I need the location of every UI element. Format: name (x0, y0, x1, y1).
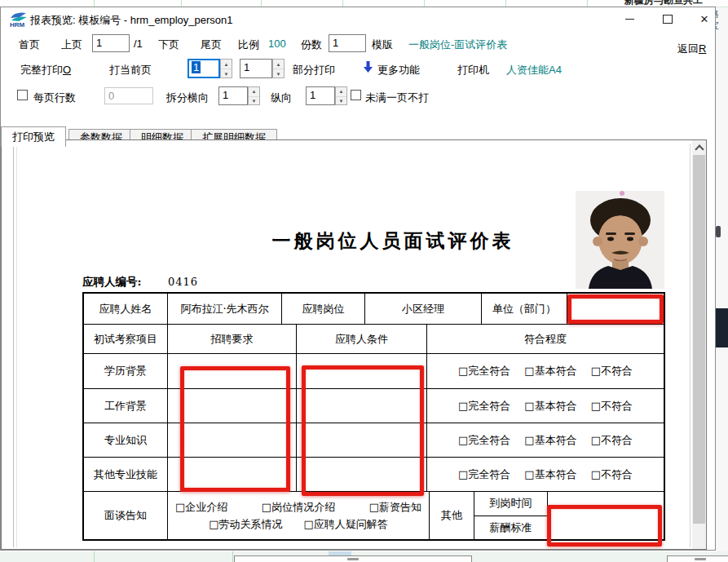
svg-text:HRM: HRM (10, 21, 25, 28)
vertical-scrollbar[interactable] (692, 140, 706, 549)
other-label-cell: 其他 (430, 492, 474, 539)
arrival-salary-cell: 到岗时间 薪酬标准 (474, 492, 548, 539)
up-arrow-icon[interactable]: ▲ (273, 60, 284, 69)
applicant-number-label: 应聘人编号: (82, 275, 141, 290)
cutoff-row-fragment (86, 549, 132, 550)
minimize-button[interactable] (616, 7, 642, 30)
background-dropdown-fragment (234, 555, 472, 562)
scrollbar-thumb[interactable] (693, 155, 705, 524)
down-arrow-icon[interactable]: ▼ (249, 97, 259, 106)
up-arrow-icon[interactable]: ▲ (221, 60, 232, 69)
background-right-strip: 路 宝 (716, 0, 728, 562)
grid-fragment (716, 0, 728, 7)
down-arrow-icon[interactable]: ▼ (273, 69, 284, 78)
print-preview-panel: 一般岗位人员面试评价表 应聘人编号: 0416 (1, 139, 707, 550)
rows-per-page-checkbox[interactable] (17, 90, 28, 100)
up-arrow-icon[interactable]: ▲ (336, 87, 346, 97)
first-page-button[interactable]: 首页 (19, 38, 40, 52)
print-current-page-button[interactable]: 打当前页 (109, 63, 152, 77)
range-from-input[interactable]: 1 (188, 59, 220, 78)
chevron-up-icon (695, 144, 704, 153)
background-char-fragment: 路 (716, 8, 728, 19)
department-label-cell: 单位（部门） (482, 294, 567, 324)
applicant-photo (576, 191, 664, 289)
red-annotation-other (547, 505, 662, 547)
maximize-button[interactable] (655, 7, 681, 30)
close-button[interactable]: ✕ (691, 7, 717, 30)
page-edge-shadow (13, 144, 14, 547)
full-print-button[interactable]: 完整打印O (20, 63, 71, 77)
rows-per-page-input[interactable]: 0 (104, 87, 153, 104)
prev-page-button[interactable]: 上页 (61, 38, 82, 52)
page-edge-shadow (690, 144, 690, 547)
grid-line (587, 0, 588, 7)
scroll-up-button[interactable] (692, 140, 706, 154)
background-bottom-strip (0, 551, 728, 562)
table-header-row: 初试考察项目 招聘要求 应聘人条件 符合程度 (84, 325, 664, 354)
grid-line (342, 0, 343, 7)
range-to-stepper[interactable]: ▲▼ (272, 59, 285, 78)
more-functions-button[interactable]: 更多功能 (377, 63, 420, 77)
criterion-cell: 其他专业技能 (84, 458, 168, 491)
form-title: 一般岗位人员面试评价表 (246, 228, 540, 254)
return-button[interactable]: 返回R (677, 42, 706, 56)
page-edge-shadow (16, 144, 17, 547)
compliance-cell: □完全符合□基本符合□不符合 (427, 423, 664, 457)
cutoff-row-fragment (484, 549, 548, 550)
interview-notify-cell: □企业介绍 □岗位情况介绍 □薪资告知 □劳动关系情况 □应聘人疑问解答 (168, 492, 430, 539)
range-to-input[interactable]: 1 (240, 59, 272, 78)
criterion-cell: 学历背景 (84, 354, 168, 388)
report-preview-window: HRM 报表预览: 模板编号 - hrm_employ_person1 ✕ 首页… (0, 7, 716, 551)
background-fragment (716, 308, 728, 347)
template-value-link[interactable]: 一般岗位-面试评价表 (408, 38, 507, 52)
screen: 新疆房与勘查共工 路 宝 HRM 报表预览: 模板编号 - hrm_employ… (0, 0, 728, 562)
partial-print-button[interactable]: 部分打印 (293, 63, 335, 77)
background-fragment (716, 226, 721, 237)
page-number-input[interactable]: 1 (92, 34, 130, 52)
grid-line (424, 0, 425, 7)
grid-line (505, 0, 506, 7)
compliance-cell: □完全符合□基本符合□不符合 (427, 458, 664, 491)
tab-print-preview[interactable]: 打印预览 (1, 126, 66, 147)
printer-value-link[interactable]: 人资佳能A4 (506, 63, 562, 77)
copies-input[interactable]: 1 (329, 34, 366, 52)
grid-line (181, 0, 182, 7)
criterion-cell: 工作背景 (84, 389, 168, 423)
split-horizontal-label: 拆分横向 (166, 91, 209, 105)
split-vertical-stepper[interactable]: ▲▼ (335, 86, 347, 105)
arrival-time-label: 到岗时间 (474, 492, 547, 516)
applicant-number-value: 0416 (168, 276, 198, 288)
split-vertical-label: 纵向 (271, 91, 292, 105)
split-vertical-input[interactable]: 1 (306, 86, 335, 105)
hrm-logo-icon: HRM (9, 11, 29, 28)
header-cell: 符合程度 (427, 325, 664, 353)
interview-label-cell: 面谈告知 (84, 492, 168, 539)
down-arrow-icon[interactable]: ▼ (336, 97, 346, 106)
maximize-icon (663, 15, 673, 24)
compliance-cell: □完全符合□基本符合□不符合 (427, 389, 664, 423)
up-arrow-icon[interactable]: ▲ (249, 87, 259, 97)
copies-label: 份数 (301, 38, 322, 52)
last-page-button[interactable]: 尾页 (201, 38, 222, 52)
grid-line (232, 551, 233, 562)
split-horizontal-input[interactable]: 1 (218, 86, 248, 105)
skip-partial-page-checkbox[interactable] (351, 90, 361, 100)
minimize-icon (625, 19, 634, 20)
dropdown-knob (695, 558, 706, 560)
name-label-cell: 应聘人姓名 (84, 294, 168, 324)
grid-line (94, 551, 95, 562)
title-bar[interactable]: HRM 报表预览: 模板编号 - hrm_employ_person1 ✕ (1, 7, 715, 30)
header-cell: 初试考察项目 (84, 325, 168, 353)
range-from-stepper[interactable]: ▲▼ (220, 59, 232, 78)
dropdown-knob (347, 558, 359, 560)
next-page-button[interactable]: 下页 (158, 38, 179, 52)
down-arrow-icon[interactable]: ▼ (221, 69, 232, 78)
name-value-cell: 阿布拉江·先木西尔 (168, 294, 282, 324)
blue-down-arrow-icon (363, 60, 373, 74)
red-annotation-department (567, 294, 664, 324)
header-cell: 招聘要求 (168, 325, 297, 353)
split-horizontal-stepper[interactable]: ▲▼ (248, 86, 260, 105)
grid-line (261, 0, 262, 7)
compliance-cell: □完全符合□基本符合□不符合 (427, 354, 664, 388)
red-annotation-conditions (302, 365, 424, 496)
